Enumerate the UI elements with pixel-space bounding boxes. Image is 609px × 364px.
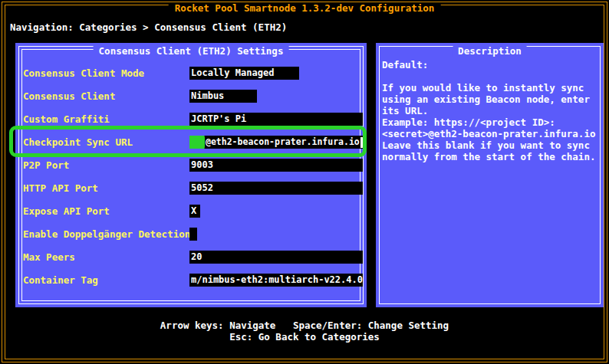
doppelganger-detection-checkbox[interactable] — [189, 228, 197, 241]
field-label: Consensus Client — [23, 90, 115, 102]
field-label: Enable Doppelgänger Detection — [23, 228, 190, 240]
footer-hint-navigate: Arrow keys: Navigate Space/Enter: Change… — [0, 320, 609, 331]
checkpoint-url-text: @eth2-beacon-prater.infura.io — [206, 136, 360, 149]
field-row-p2p-port: P2P Port 9003 — [23, 159, 359, 172]
window-title: Rocket Pool Smartnode 1.3.2-dev Configur… — [169, 2, 441, 14]
field-row-consensus-client-mode: Consensus Client Mode Locally Managed — [23, 67, 359, 80]
settings-panel-title: Consensus Client (ETH2) Settings — [94, 45, 289, 57]
http-api-port-input[interactable]: 5052 — [189, 182, 363, 195]
custom-graffiti-input[interactable]: JCRTP's Pi — [189, 113, 363, 126]
settings-panel-border-outer — [18, 46, 364, 304]
p2p-port-input[interactable]: 9003 — [189, 159, 363, 172]
text-cursor — [360, 137, 366, 148]
consensus-client-dropdown[interactable]: Nimbus — [189, 90, 257, 103]
field-label: Checkpoint Sync URL — [23, 136, 133, 148]
redaction-blob — [189, 136, 205, 149]
field-row-expose-api-port: Expose API Port X — [23, 205, 359, 218]
container-tag-input[interactable]: m/nimbus-eth2:multiarch-v22.4.0 — [189, 274, 363, 287]
field-row-consensus-client: Consensus Client Nimbus — [23, 90, 359, 103]
max-peers-input[interactable]: 20 — [189, 251, 363, 264]
footer-hint-escape: Esc: Go Back to Categories — [0, 331, 609, 343]
description-text: Default: If you would like to instantly … — [382, 59, 595, 162]
field-label: Custom Graffiti — [23, 113, 110, 125]
field-label: Container Tag — [23, 274, 98, 286]
consensus-client-mode-dropdown[interactable]: Locally Managed — [189, 67, 299, 80]
expose-api-port-checkbox[interactable]: X — [189, 205, 200, 218]
field-row-max-peers: Max Peers 20 — [23, 251, 359, 264]
field-label: HTTP API Port — [23, 182, 98, 194]
field-row-checkpoint-sync-url: Checkpoint Sync URL @eth2-beacon-prater.… — [23, 136, 359, 149]
checkpoint-sync-url-input[interactable]: @eth2-beacon-prater.infura.io — [189, 136, 366, 149]
field-row-container-tag: Container Tag m/nimbus-eth2:multiarch-v2… — [23, 274, 359, 287]
field-label: Consensus Client Mode — [23, 67, 144, 79]
breadcrumb: Navigation: Categories > Consensus Clien… — [10, 21, 287, 33]
field-label: Expose API Port — [23, 205, 110, 217]
field-label: Max Peers — [23, 251, 75, 263]
settings-panel: Consensus Client (ETH2) Settings Consens… — [15, 43, 367, 307]
field-label: P2P Port — [23, 159, 69, 171]
description-panel-title: Description — [453, 45, 527, 57]
description-panel: Description Default: If you would like t… — [376, 43, 604, 307]
field-row-custom-graffiti: Custom Graffiti JCRTP's Pi — [23, 113, 359, 126]
field-row-http-api-port: HTTP API Port 5052 — [23, 182, 359, 195]
field-row-doppelganger-detection: Enable Doppelgänger Detection — [23, 228, 359, 241]
